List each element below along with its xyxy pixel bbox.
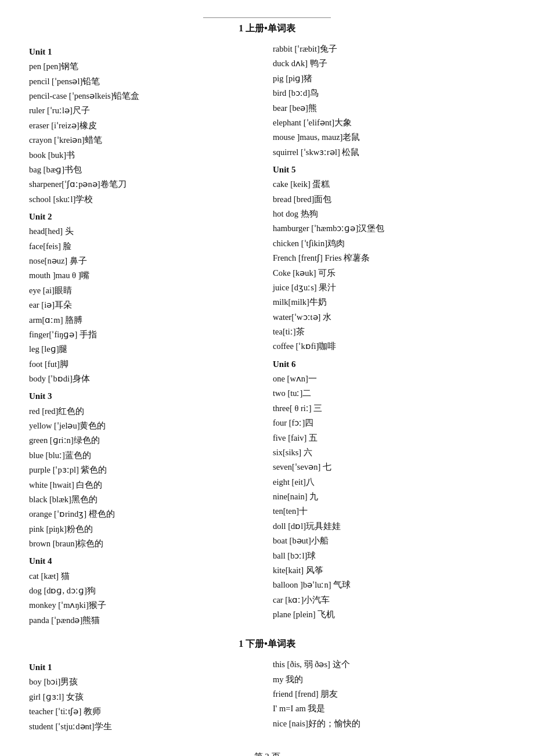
word-line: leg [leɡ]腿: [29, 342, 261, 357]
word-line: rabbit [ˈræbit]兔子: [273, 42, 505, 56]
word-line: teacher [ˈtiːtʃə] 教师: [29, 704, 261, 719]
word-line: ten[ten]十: [273, 504, 505, 519]
word-line: four [fɔː]四: [273, 416, 505, 430]
word-line: nine[nain] 九: [273, 489, 505, 504]
word-line: boy [bɔi]男孩: [29, 675, 261, 689]
word-line: book [buk]书: [29, 148, 261, 163]
word-line: head[hed] 头: [29, 224, 261, 239]
word-line: water[ˈwɔːtə] 水: [273, 310, 505, 325]
section2-title: 1 下册•单词表: [29, 638, 505, 650]
lower-right-column: this [ðis, 弱 ðəs] 这个my 我的friend [frend] …: [267, 657, 505, 734]
word-line: Unit 6: [273, 357, 505, 372]
word-line: foot [fut]脚: [29, 357, 261, 372]
word-line: my 我的: [273, 672, 505, 687]
lower-columns: Unit 1boy [bɔi]男孩girl [ɡɜːl] 女孩teacher […: [29, 657, 505, 734]
word-line: pig [piɡ]猪: [273, 71, 505, 86]
word-line: green [ɡriːn]绿色的: [29, 433, 261, 448]
word-line: eye [ai]眼睛: [29, 283, 261, 298]
word-line: hamburger [ˈhæmbɔːɡə]汉堡包: [273, 221, 505, 236]
section1-title: 1 上册•单词表: [29, 23, 505, 35]
word-line: bird [bɔːd]鸟: [273, 86, 505, 100]
word-line: white [hwait] 白色的: [29, 478, 261, 492]
word-line: Unit 2: [29, 209, 261, 224]
word-line: face[feis] 脸: [29, 239, 261, 254]
word-line: nose[nəuz] 鼻子: [29, 254, 261, 268]
word-line: brown [braun]棕色的: [29, 537, 261, 551]
right-column: rabbit [ˈræbit]兔子duck dʌk] 鸭子pig [piɡ]猪b…: [267, 42, 505, 628]
word-line: panda [ˈpændə]熊猫: [29, 613, 261, 628]
word-line: pen [pen]钢笔: [29, 59, 261, 74]
word-line: blue [bluː]蓝色的: [29, 448, 261, 463]
lower-left-column: Unit 1boy [bɔi]男孩girl [ɡɜːl] 女孩teacher […: [29, 657, 267, 734]
word-line: dog [dɒɡ, dɔːɡ]狗: [29, 584, 261, 598]
word-line: bread [bred]面包: [273, 192, 505, 207]
word-line: tea[tiː]茶: [273, 325, 505, 339]
main-columns: Unit 1pen [pen]钢笔pencil [ˈpensəl]铅笔penci…: [29, 42, 505, 628]
word-line: two [tuː]二: [273, 386, 505, 401]
word-line: red [red]红色的: [29, 404, 261, 419]
word-line: bear [beə]熊: [273, 101, 505, 116]
word-line: seven[ˈsevən] 七: [273, 460, 505, 474]
word-line: eraser [iˈreizə]橡皮: [29, 118, 261, 133]
word-line: six[siks] 六: [273, 445, 505, 460]
word-line: boat [bəut]小船: [273, 534, 505, 548]
word-line: nice [nais]好的；愉快的: [273, 717, 505, 731]
word-line: ball [bɔːl]球: [273, 549, 505, 563]
word-line: yellow [ˈjeləu]黄色的: [29, 419, 261, 433]
word-line: mouse ]maus, mauz]老鼠: [273, 130, 505, 145]
word-line: three[ θ riː] 三: [273, 401, 505, 416]
word-line: sharpener[ˈʃɑːpənə]卷笔刀: [29, 177, 261, 192]
word-line: orange [ˈɒrindʒ] 橙色的: [29, 507, 261, 521]
page-number: 第 2 页: [254, 751, 280, 756]
word-line: balloon ]bəˈluːn] 气球: [273, 578, 505, 592]
word-line: elephant [ˈelifənt]大象: [273, 116, 505, 130]
word-line: plane [plein] 飞机: [273, 607, 505, 622]
word-line: doll [dɒl]玩具娃娃: [273, 519, 505, 534]
word-line: Unit 5: [273, 162, 505, 177]
word-line: school [skuːl]学校: [29, 192, 261, 207]
word-line: arm[ɑːm] 胳膊: [29, 313, 261, 327]
word-line: black [blæk]黑色的: [29, 492, 261, 507]
word-line: milk[milk]牛奶: [273, 295, 505, 309]
bottom-page-area: 第 2 页: [29, 751, 505, 756]
word-line: car [kɑː]小汽车: [273, 593, 505, 607]
word-line: hot dog 热狗: [273, 207, 505, 221]
word-line: eight [eit]八: [273, 475, 505, 489]
word-line: Unit 3: [29, 388, 261, 404]
word-line: Unit 4: [29, 553, 261, 568]
word-line: girl [ɡɜːl] 女孩: [29, 690, 261, 704]
word-line: one [wʌn]一: [273, 372, 505, 386]
word-line: cake [keik] 蛋糕: [273, 177, 505, 192]
word-line: finger[ˈfiŋɡə] 手指: [29, 327, 261, 342]
word-line: pink [piŋk]粉色的: [29, 522, 261, 537]
word-line: pencil [ˈpensəl]铅笔: [29, 74, 261, 89]
word-line: kite[kait] 风筝: [273, 563, 505, 578]
word-line: purple [ˈpɜːpl] 紫色的: [29, 463, 261, 477]
word-line: I' m=I am 我是: [273, 701, 505, 716]
word-line: squirrel [ˈskwɜːrəl] 松鼠: [273, 145, 505, 160]
word-line: Coke [kəuk] 可乐: [273, 266, 505, 280]
word-line: body [ˈbɒdi]身体: [29, 372, 261, 386]
word-line: mouth ]mau θ ]嘴: [29, 268, 261, 283]
word-line: French [frentʃ] Fries 榨薯条: [273, 251, 505, 265]
word-line: ear [iə]耳朵: [29, 298, 261, 312]
word-line: cat [kæt] 猫: [29, 569, 261, 584]
word-line: friend [frend] 朋友: [273, 687, 505, 701]
word-line: pencil-case [ˈpensəlkeis]铅笔盒: [29, 89, 261, 103]
word-line: Unit 1: [29, 660, 261, 675]
word-line: bag [bæɡ]书包: [29, 163, 261, 177]
left-column: Unit 1pen [pen]钢笔pencil [ˈpensəl]铅笔penci…: [29, 42, 267, 628]
word-line: monkey [ˈmʌŋki]猴子: [29, 598, 261, 613]
word-line: crayon [ˈkreiən]蜡笔: [29, 133, 261, 147]
word-line: chicken [ˈtʃikin]鸡肉: [273, 236, 505, 251]
word-line: five [faiv] 五: [273, 431, 505, 445]
word-line: Unit 1: [29, 44, 261, 59]
top-divider: [203, 17, 331, 18]
word-line: coffee [ˈkɒfi]咖啡: [273, 339, 505, 354]
word-line: ruler [ˈruːlə]尺子: [29, 103, 261, 118]
word-line: duck dʌk] 鸭子: [273, 56, 505, 71]
word-line: juice [dʒuːs] 果汁: [273, 280, 505, 295]
word-line: student [ˈstjuːdənt]学生: [29, 719, 261, 734]
word-line: this [ðis, 弱 ðəs] 这个: [273, 657, 505, 672]
